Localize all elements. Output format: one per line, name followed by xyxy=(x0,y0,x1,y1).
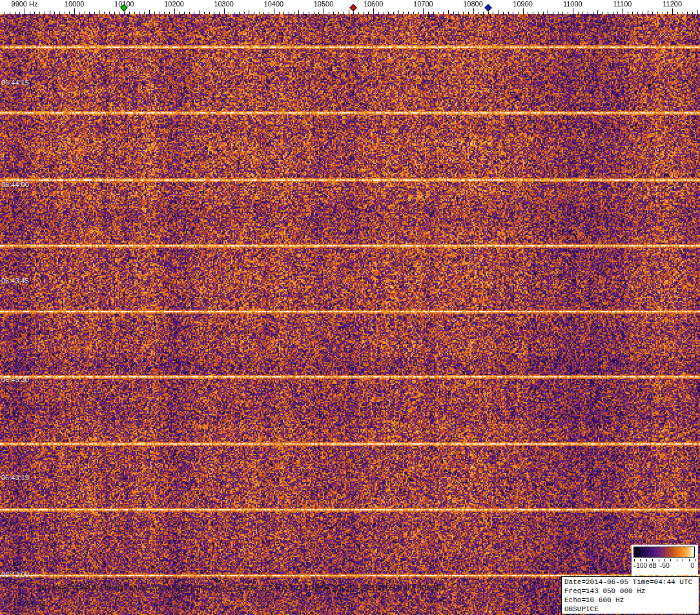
colorbar-tick xyxy=(677,559,677,561)
frequency-tick-label: 10500 xyxy=(314,1,334,8)
colorbar-tick xyxy=(695,559,695,561)
frequency-tick-label: 10200 xyxy=(164,1,184,8)
frequency-ruler: 9900 Hz100001010010200103001040010500106… xyxy=(0,0,700,14)
frequency-tick-label: 9900 Hz xyxy=(12,1,38,8)
colorbar-tick xyxy=(689,559,690,561)
info-line-freq: Freq=143 050 000 Hz xyxy=(564,587,696,596)
frequency-tick-label: 11200 xyxy=(663,1,682,8)
colorbar-ticks xyxy=(634,559,695,561)
colorbar: -100 dB -50 0 xyxy=(632,545,698,575)
spectrogram-screen: 9900 Hz100001010010200103001040010500106… xyxy=(0,0,700,615)
colorbar-label-max: 0 xyxy=(690,563,694,569)
colorbar-label-min: -100 dB xyxy=(634,563,657,569)
frequency-tick-label: 11000 xyxy=(563,1,582,8)
spectrogram-canvas[interactable] xyxy=(0,14,700,615)
colorbar-label-mid: -50 xyxy=(660,563,669,569)
frequency-tick-label: 10400 xyxy=(264,1,284,8)
frequency-tick-label: 10900 xyxy=(513,1,533,8)
colorbar-tick xyxy=(670,559,671,561)
colorbar-tick xyxy=(664,559,665,561)
frequency-tick-label: 10700 xyxy=(413,1,433,8)
colorbar-tick xyxy=(659,559,659,561)
info-line-station: OBSUPICE xyxy=(564,605,696,614)
colorbar-tick xyxy=(683,559,683,561)
frequency-tick-label: 10800 xyxy=(463,1,483,8)
colorbar-tick xyxy=(646,559,647,561)
info-box: Date=2014-06-05 Time=04:44 UTC Freq=143 … xyxy=(561,576,699,614)
frequency-tick-label: 10300 xyxy=(214,1,234,8)
colorbar-gradient xyxy=(633,547,695,558)
frequency-tick-label: 10000 xyxy=(65,1,85,8)
detection-annotation: 20140605044254704 hCnt29 nb-83 f10604 hi… xyxy=(36,584,446,592)
colorbar-tick xyxy=(640,559,641,561)
colorbar-tick xyxy=(652,559,653,561)
cursor-annotation: ^t+54 xyxy=(28,601,46,609)
frequency-tick-label: 11100 xyxy=(613,1,632,8)
frequency-tick-label: 10600 xyxy=(364,1,384,8)
info-line-echo: Echo=10 600 Hz xyxy=(564,596,696,605)
info-line-date: Date=2014-06-05 Time=04:44 UTC xyxy=(564,578,696,587)
colorbar-tick xyxy=(634,559,635,561)
